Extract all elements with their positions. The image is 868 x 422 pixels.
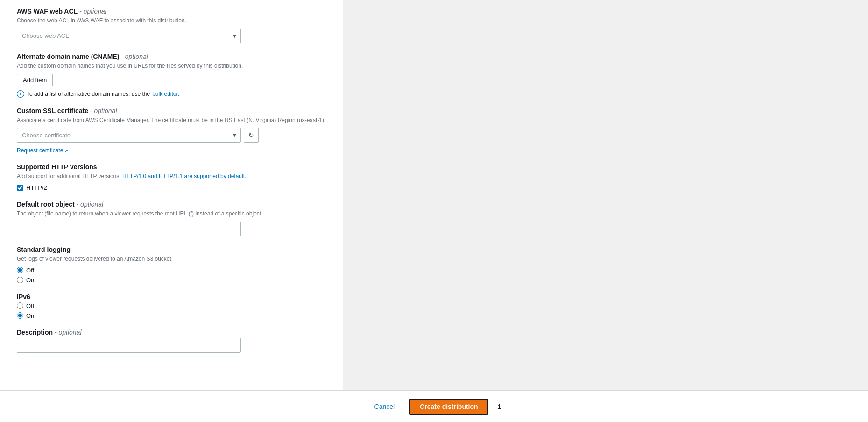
logging-on-radio[interactable]	[17, 277, 23, 283]
left-panel: AWS WAF web ACL - optional Choose the we…	[0, 0, 343, 390]
http2-label: HTTP/2	[26, 184, 47, 191]
http-versions-link[interactable]: HTTP/1.0 and HTTP/1.1 are supported by d…	[122, 173, 246, 179]
logging-off-radio[interactable]	[17, 267, 23, 273]
root-object-title: Default root object - optional	[17, 200, 332, 208]
http-title: Supported HTTP versions	[17, 163, 332, 171]
cert-select-wrapper: Choose certificate ▼	[17, 128, 241, 143]
waf-title: AWS WAF web ACL - optional	[17, 7, 332, 15]
ipv6-on-label: On	[26, 312, 34, 319]
ipv6-off-radio[interactable]	[17, 302, 23, 309]
ipv6-on-row: On	[17, 312, 332, 319]
external-link-icon: ↗	[64, 148, 68, 153]
http2-checkbox[interactable]	[17, 185, 23, 191]
add-item-button[interactable]: Add item	[17, 74, 53, 86]
bulk-editor-row: i To add a list of alternative domain na…	[17, 90, 332, 98]
ssl-section: Custom SSL certificate - optional Associ…	[17, 107, 332, 154]
description-title: Description - optional	[17, 329, 332, 336]
waf-desc: Choose the web ACL in AWS WAF to associa…	[17, 17, 332, 25]
description-section: Description - optional	[17, 329, 332, 353]
http-section: Supported HTTP versions Add support for …	[17, 163, 332, 191]
description-input[interactable]	[17, 338, 241, 353]
bulk-editor-text: To add a list of alternative domain name…	[27, 91, 150, 97]
ssl-title: Custom SSL certificate - optional	[17, 107, 332, 114]
http-desc: Add support for additional HTTP versions…	[17, 172, 332, 180]
annotation-number: 1	[498, 403, 501, 410]
cname-desc: Add the custom domain names that you use…	[17, 62, 332, 70]
bulk-editor-link[interactable]: bulk editor.	[152, 91, 179, 97]
root-object-desc: The object (file name) to return when a …	[17, 210, 332, 218]
ipv6-off-row: Off	[17, 302, 332, 309]
logging-section: Standard logging Get logs of viewer requ…	[17, 246, 332, 284]
create-distribution-button[interactable]: Create distribution	[409, 399, 488, 415]
root-object-input[interactable]	[17, 222, 241, 236]
cert-select[interactable]: Choose certificate	[17, 128, 241, 143]
footer: Cancel Create distribution 1	[0, 390, 868, 422]
cname-section: Alternate domain name (CNAME) - optional…	[17, 53, 332, 98]
cname-title: Alternate domain name (CNAME) - optional	[17, 53, 332, 60]
refresh-icon: ↻	[248, 131, 254, 139]
refresh-cert-button[interactable]: ↻	[244, 128, 259, 143]
waf-select-wrapper: Choose web ACL ▼	[17, 29, 241, 43]
waf-select[interactable]: Choose web ACL	[17, 29, 241, 43]
logging-on-label: On	[26, 277, 34, 284]
cancel-button[interactable]: Cancel	[367, 400, 402, 413]
request-cert-link[interactable]: Request certificate ↗	[17, 147, 68, 154]
ipv6-on-radio[interactable]	[17, 312, 23, 319]
logging-off-row: Off	[17, 267, 332, 274]
logging-desc: Get logs of viewer requests delivered to…	[17, 255, 332, 263]
info-icon: i	[17, 90, 24, 98]
right-panel	[343, 0, 868, 390]
http2-checkbox-row: HTTP/2	[17, 184, 332, 191]
cert-select-row: Choose certificate ▼ ↻	[17, 128, 332, 143]
logging-on-row: On	[17, 277, 332, 284]
waf-section: AWS WAF web ACL - optional Choose the we…	[17, 7, 332, 43]
ipv6-off-label: Off	[26, 302, 34, 309]
ssl-desc: Associate a certificate from AWS Certifi…	[17, 116, 332, 124]
ipv6-section: IPv6 Off On	[17, 293, 332, 319]
ipv6-title: IPv6	[17, 293, 332, 300]
logging-off-label: Off	[26, 267, 34, 274]
logging-title: Standard logging	[17, 246, 332, 253]
root-object-section: Default root object - optional The objec…	[17, 200, 332, 236]
